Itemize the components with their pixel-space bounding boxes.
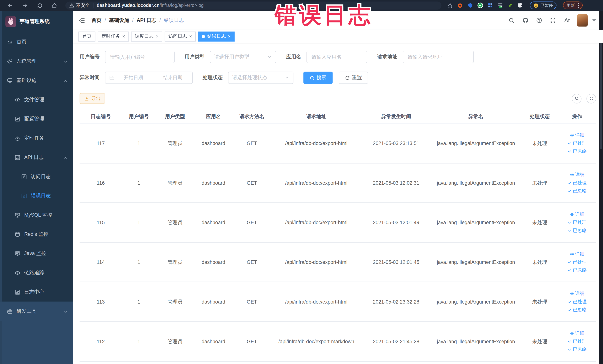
app-logo[interactable]: 芋道管理系统 (0, 11, 73, 32)
action-processed-link[interactable]: 已处理 (568, 338, 587, 345)
exception-time-range-picker[interactable]: 开始日期 - 结束日期 (105, 71, 193, 84)
page-scrollbar[interactable] (599, 11, 603, 364)
column-header-appName: 应用名 (194, 113, 233, 120)
annotation-overlay-text: 错误日志 (275, 1, 373, 30)
sidebar-item-home[interactable]: 首页 (0, 32, 73, 52)
sidebar-item-trace[interactable]: 链路追踪 (0, 263, 73, 282)
gauge-icon (7, 39, 13, 45)
browser-home-icon[interactable] (50, 1, 58, 10)
action-detail-link[interactable]: 详细 (570, 132, 584, 139)
action-processed-link[interactable]: 已处理 (568, 180, 587, 186)
action-label: 已处理 (573, 299, 587, 305)
java-icon (15, 251, 20, 257)
user-type-select[interactable]: 请选择用户类型 (210, 51, 276, 63)
request-url-input[interactable] (403, 51, 474, 63)
tab-access-log[interactable]: 访问日志× (165, 31, 196, 41)
sidebar-item-mysql[interactable]: MySQL 监控 (0, 205, 73, 225)
not-secure-badge[interactable]: 不安全 (69, 2, 89, 8)
action-processed-link[interactable]: 已处理 (568, 259, 587, 265)
github-icon[interactable] (522, 17, 529, 23)
toggle-search-button[interactable] (572, 94, 581, 103)
action-ignored-link[interactable]: 已忽略 (568, 267, 587, 273)
user-avatar[interactable] (577, 14, 588, 26)
search-button[interactable]: 搜索 (303, 71, 333, 84)
sidebar-item-file[interactable]: 文件管理 (0, 90, 73, 109)
address-bar[interactable]: 不安全 dashboard.yudao.iocoder.cn/infra/log… (65, 1, 441, 10)
action-detail-link[interactable]: 详细 (570, 251, 584, 257)
action-ignored-link[interactable]: 已忽略 (568, 148, 587, 155)
sidebar-item-access-log[interactable]: 访问日志 (0, 167, 73, 186)
browser-forward-icon[interactable] (21, 1, 29, 10)
sidebar-item-error-log[interactable]: 错误日志 (0, 186, 73, 205)
row-actions: 详细已处理已忽略 (558, 132, 596, 155)
export-button[interactable]: 导出 (80, 93, 105, 104)
cell-id: 112 (80, 339, 122, 344)
font-size-icon[interactable] (563, 17, 570, 23)
sidebar-item-java[interactable]: Java 监控 (0, 244, 73, 263)
sidebar-item-log-center[interactable]: 日志中心 (0, 282, 73, 302)
tab-error-log[interactable]: 错误日志× (198, 31, 235, 41)
fullscreen-icon[interactable] (550, 17, 557, 23)
sidebar-item-system[interactable]: 系统管理 (0, 52, 73, 71)
browser-update-button[interactable]: 更新 (563, 1, 583, 9)
cell-method: GET (233, 180, 271, 186)
action-detail-link[interactable]: 详细 (570, 172, 584, 178)
breadcrumb-api-log[interactable]: API 日志 (137, 17, 156, 23)
extension-green-check-icon[interactable] (477, 2, 483, 9)
breadcrumb-infra[interactable]: 基础设施 (109, 17, 129, 23)
action-detail-link[interactable]: 详细 (570, 290, 584, 297)
browser-back-icon[interactable] (6, 1, 15, 10)
tab-close-icon[interactable]: × (228, 34, 231, 39)
action-ignored-link[interactable]: 已忽略 (568, 306, 587, 313)
action-processed-link[interactable]: 已处理 (568, 299, 587, 305)
breadcrumb-home[interactable]: 首页 (92, 17, 102, 23)
kebab-menu-icon[interactable] (578, 3, 579, 8)
calendar-icon (109, 75, 115, 81)
sidebar-item-job[interactable]: 定时任务 (0, 129, 73, 148)
cell-time: 2021-05-03 12:02:31 (361, 180, 431, 186)
extension-shield-icon[interactable] (467, 2, 474, 9)
scrollbar-thumb[interactable] (600, 34, 602, 149)
sidebar-item-infra[interactable]: 基础设施 (0, 71, 73, 90)
monitor-icon (7, 78, 13, 83)
check-icon (568, 228, 572, 233)
action-detail-link[interactable]: 详细 (570, 211, 584, 218)
extension-leaf-icon[interactable] (507, 2, 513, 9)
browser-reload-icon[interactable] (35, 1, 44, 10)
sidebar-item-label: 系统管理 (16, 58, 36, 65)
extension-grid-icon[interactable] (487, 2, 493, 9)
reset-button[interactable]: 重置 (339, 71, 368, 84)
refresh-table-button[interactable] (587, 94, 596, 103)
tab-home[interactable]: 首页 (78, 31, 95, 41)
action-ignored-link[interactable]: 已忽略 (568, 188, 587, 194)
action-processed-link[interactable]: 已处理 (568, 219, 587, 226)
sidebar-item-redis[interactable]: Redis 监控 (0, 225, 73, 244)
bookmark-star-icon[interactable] (447, 2, 453, 9)
extension-ublock-icon[interactable] (457, 2, 464, 9)
sidebar-item-api-log[interactable]: API 日志 (0, 148, 73, 167)
process-status-select[interactable]: 请选择处理状态 (228, 71, 293, 84)
chevron-down-icon (63, 59, 68, 63)
tab-job[interactable]: 定时任务× (98, 31, 129, 41)
sidebar-item-dev-tool[interactable]: 研发工具 (0, 302, 73, 321)
extension-puzzle-icon[interactable] (517, 2, 523, 9)
tab-close-icon[interactable]: × (122, 34, 125, 39)
extension-off-badge-icon[interactable]: off (497, 2, 503, 9)
tab-close-icon[interactable]: × (189, 34, 192, 39)
action-ignored-link[interactable]: 已忽略 (568, 227, 587, 234)
action-detail-link[interactable]: 详细 (570, 330, 584, 337)
action-ignored-link[interactable]: 已忽略 (568, 346, 587, 353)
svg-text:off: off (499, 6, 502, 8)
action-processed-link[interactable]: 已处理 (568, 140, 587, 146)
column-header-status: 处理状态 (521, 113, 558, 120)
tab-close-icon[interactable]: × (156, 34, 159, 39)
profile-paused-chip[interactable]: 已暂停 (530, 1, 557, 9)
app-name-input[interactable] (306, 51, 367, 63)
header-search-icon[interactable] (508, 17, 515, 23)
tab-job-log[interactable]: 调度日志× (131, 31, 162, 41)
sidebar-item-config[interactable]: 配置管理 (0, 109, 73, 129)
avatar-caret-down-icon[interactable] (592, 19, 596, 21)
user-id-input[interactable] (105, 51, 175, 63)
help-docs-icon[interactable] (536, 17, 543, 23)
sidebar-collapse-icon[interactable] (78, 17, 85, 23)
